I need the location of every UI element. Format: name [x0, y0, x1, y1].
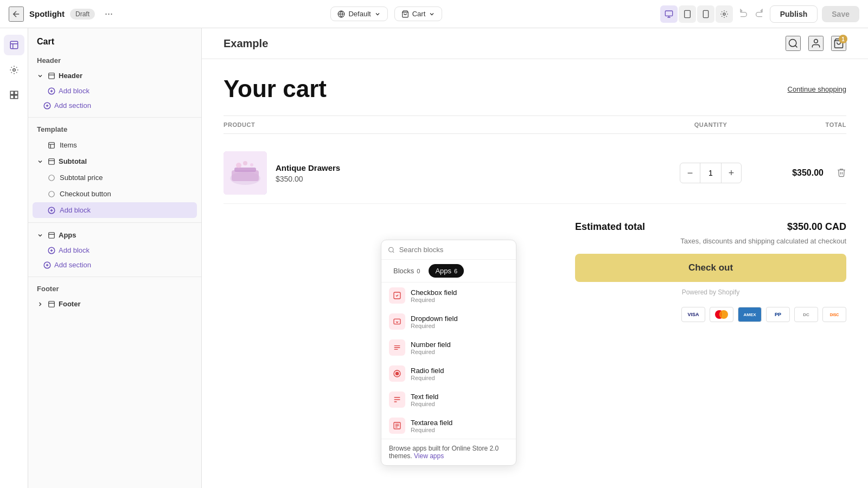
product-col-header: PRODUCT: [224, 121, 656, 128]
svg-rect-14: [49, 73, 55, 79]
block-item-radio[interactable]: Radio field Required: [381, 361, 516, 387]
add-block-apps-item[interactable]: Add block: [33, 202, 197, 218]
items-item[interactable]: Items: [33, 137, 197, 153]
apps-group[interactable]: Apps: [28, 227, 201, 243]
footer-group-label: Footer: [59, 300, 80, 308]
topbar-right: Publish Save: [656, 5, 859, 23]
block-req-dropdown: Required: [411, 323, 458, 329]
cart-summary: Estimated total $350.00 CAD Taxes, disco…: [575, 221, 846, 322]
back-button[interactable]: [9, 7, 24, 22]
add-block-header-button[interactable]: Add block: [28, 84, 201, 98]
add-block-header-label: Add block: [59, 87, 90, 95]
quantity-increase-button[interactable]: +: [722, 163, 741, 183]
settings-view-button[interactable]: [716, 5, 733, 23]
search-input-wrap: [381, 240, 516, 260]
apps-tab[interactable]: Apps 6: [429, 264, 464, 278]
add-block-apps-button[interactable]: Add block: [28, 243, 201, 258]
app-title: Spotlight: [29, 9, 65, 18]
block-req-checkbox: Required: [411, 297, 457, 303]
search-popup: Blocks 0 Apps 6 Checkbox field Required: [381, 240, 516, 466]
paypal-icon: PP: [766, 307, 790, 322]
template-section-label: Template: [28, 122, 201, 137]
block-icon-number: [389, 339, 405, 356]
apps-group-label: Apps: [59, 231, 76, 239]
redo-button[interactable]: [752, 7, 765, 21]
subtotal-group-label: Subtotal: [59, 157, 87, 165]
tablet-view-button[interactable]: [679, 5, 696, 23]
block-req-text: Required: [411, 401, 438, 407]
svg-point-33: [814, 40, 818, 43]
block-item-textarea[interactable]: Textarea field Required: [381, 413, 516, 439]
view-apps-link[interactable]: View apps: [414, 452, 444, 460]
checkout-button[interactable]: Check out: [575, 254, 846, 282]
add-block-subtotal-label: Add block: [60, 206, 91, 214]
more-button[interactable]: ···: [100, 6, 117, 22]
cart-item-row: Antique Drawers $350.00 − + $350.00: [224, 143, 846, 204]
block-item-text[interactable]: Text field Required: [381, 387, 516, 413]
add-section-apps-button[interactable]: Add section: [28, 258, 201, 272]
header-group-label: Header: [59, 72, 82, 80]
product-svg: [224, 151, 267, 195]
block-icon-checkbox: [389, 287, 405, 304]
panel-title: Cart: [28, 37, 201, 53]
footer-group[interactable]: Footer: [28, 296, 201, 312]
quantity-control: − +: [680, 163, 742, 183]
default-picker[interactable]: Default: [330, 7, 387, 21]
account-preview-button[interactable]: [808, 36, 824, 51]
block-icon-textarea: [389, 418, 405, 434]
mobile-view-button[interactable]: [697, 5, 714, 23]
subtotal-group[interactable]: Subtotal: [28, 153, 201, 169]
search-preview-button[interactable]: [786, 36, 801, 51]
topbar-left: Spotlight Draft ···: [9, 6, 117, 22]
block-name-number: Number field: [411, 341, 451, 349]
blocks-icon-button[interactable]: [4, 85, 24, 105]
desktop-view-button[interactable]: [660, 5, 678, 23]
sections-icon-button[interactable]: [4, 35, 24, 55]
estimated-row: Estimated total $350.00 CAD: [575, 221, 846, 233]
quantity-decrease-button[interactable]: −: [680, 163, 700, 183]
cart-preview-button[interactable]: 1: [831, 36, 846, 51]
block-info-textarea: Textarea field Required: [411, 419, 452, 433]
side-icons: [0, 28, 28, 488]
cart-label: Cart: [412, 10, 426, 18]
cart-title-row: Your cart Continue shopping: [224, 75, 846, 102]
visa-icon: VISA: [681, 307, 705, 322]
cart-table-header: PRODUCT QUANTITY TOTAL: [224, 115, 846, 134]
preview-header-icons: 1: [786, 36, 846, 51]
save-button[interactable]: Save: [822, 6, 859, 22]
publish-button[interactable]: Publish: [770, 5, 818, 23]
checkout-button-item[interactable]: Checkout button: [33, 186, 197, 202]
subtotal-price-item[interactable]: Subtotal price: [33, 170, 197, 185]
undo-button[interactable]: [737, 7, 750, 21]
block-info-checkbox: Checkbox field Required: [411, 288, 457, 303]
delete-item-button[interactable]: [837, 168, 846, 179]
svg-point-7: [723, 13, 725, 15]
cart-picker[interactable]: Cart: [394, 7, 443, 21]
product-name: Antique Drawers: [276, 163, 340, 172]
undo-redo-group: [737, 7, 765, 21]
block-item-dropdown[interactable]: Dropdown field Required: [381, 309, 516, 335]
svg-point-30: [395, 372, 398, 375]
cart-badge: 1: [839, 35, 847, 43]
search-icon: [388, 246, 395, 254]
block-name-dropdown: Dropdown field: [411, 314, 458, 323]
add-section-header-button[interactable]: Add section: [28, 98, 201, 113]
checkout-button-label: Checkout button: [60, 190, 111, 198]
svg-point-41: [250, 163, 253, 166]
settings-icon-button[interactable]: [4, 60, 24, 80]
search-input[interactable]: [399, 246, 509, 254]
topbar: Spotlight Draft ··· Default Cart: [0, 0, 868, 28]
cart-heading: Your cart: [224, 75, 327, 102]
draft-badge: Draft: [70, 9, 95, 20]
block-item-number[interactable]: Number field Required: [381, 335, 516, 361]
continue-shopping-link[interactable]: Continue shopping: [788, 85, 846, 93]
svg-rect-8: [10, 41, 18, 49]
header-group[interactable]: Header: [28, 68, 201, 84]
quantity-input[interactable]: [700, 163, 722, 183]
blocks-tab[interactable]: Blocks 0: [387, 264, 426, 278]
block-item-checkbox[interactable]: Checkbox field Required: [381, 282, 516, 309]
estimated-value: $350.00 CAD: [787, 221, 846, 233]
block-info-number: Number field Required: [411, 341, 451, 355]
mastercard-icon: [710, 307, 733, 322]
svg-point-9: [12, 69, 15, 72]
